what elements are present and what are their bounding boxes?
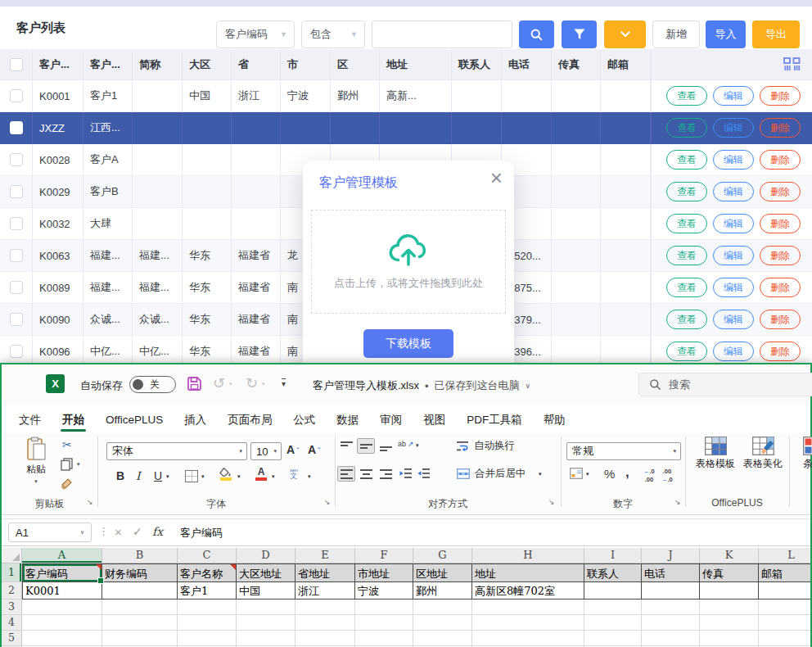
cell-L1[interactable]: 邮箱 xyxy=(759,563,810,582)
download-template-button[interactable]: 下载模板 xyxy=(363,329,453,358)
operator-select[interactable]: 包含 ▼ xyxy=(301,20,365,48)
column-header-contact[interactable]: 联系人 xyxy=(452,49,502,79)
ribbon-tab-审阅[interactable]: 审阅 xyxy=(369,408,413,432)
column-header-E[interactable]: E xyxy=(295,548,355,563)
number-dialog-launcher[interactable]: ↘ xyxy=(674,498,681,506)
row-checkbox[interactable] xyxy=(10,249,23,262)
edit-button[interactable]: 编辑 xyxy=(713,214,754,233)
column-header-D[interactable]: D xyxy=(237,548,295,563)
enter-icon[interactable]: ✓ xyxy=(133,525,142,538)
cell-I3[interactable] xyxy=(584,599,642,615)
cell-J1[interactable]: 电话 xyxy=(642,563,700,582)
column-header-city[interactable]: 市 xyxy=(281,49,331,79)
delete-button[interactable]: 删除 xyxy=(760,310,801,329)
column-header-address[interactable]: 地址 xyxy=(380,49,452,79)
cell-I4[interactable] xyxy=(584,615,642,631)
delete-button[interactable]: 删除 xyxy=(760,278,801,297)
autosave-toggle[interactable]: 关 xyxy=(129,376,176,393)
ribbon-tab-OfficePLUS[interactable]: OfficePLUS xyxy=(95,408,174,432)
cut-button[interactable]: ✂ xyxy=(62,438,72,451)
cell-H5[interactable] xyxy=(472,631,584,646)
filter-button[interactable] xyxy=(562,20,597,48)
merge-center-button[interactable]: 合并后居中 xyxy=(457,467,526,481)
edit-button[interactable]: 编辑 xyxy=(713,342,754,361)
font-dialog-launcher[interactable]: ↘ xyxy=(324,498,331,506)
row-checkbox[interactable] xyxy=(10,89,23,102)
decrease-decimal-button[interactable]: .00→.0 xyxy=(661,468,673,482)
delete-button[interactable]: 删除 xyxy=(760,246,801,265)
delete-button[interactable]: 删除 xyxy=(760,182,801,201)
align-center-button[interactable] xyxy=(357,466,375,482)
ribbon-tab-帮助[interactable]: 帮助 xyxy=(533,408,576,432)
cancel-icon[interactable]: × xyxy=(115,525,122,539)
table-row[interactable]: K0001客户1中国浙江宁波鄞州高新... 查看 编辑 删除 xyxy=(0,80,812,112)
expand-search-button[interactable] xyxy=(604,20,646,48)
cell-I1[interactable]: 联系人 xyxy=(584,563,642,582)
view-button[interactable]: 查看 xyxy=(666,214,707,233)
format-painter-button[interactable] xyxy=(61,477,73,491)
row-header-3[interactable]: 3 xyxy=(2,599,22,615)
column-header-L[interactable]: L xyxy=(759,548,810,563)
increase-indent-button[interactable] xyxy=(417,468,430,478)
column-header-H[interactable]: H xyxy=(472,548,584,563)
row-checkbox[interactable] xyxy=(10,121,23,134)
view-button[interactable]: 查看 xyxy=(666,150,707,170)
column-header-region[interactable]: 大区 xyxy=(183,49,232,79)
font-name-select[interactable]: 宋体▾ xyxy=(106,442,247,460)
cell-F5[interactable] xyxy=(355,631,413,646)
cell-E2[interactable]: 浙江 xyxy=(295,582,355,599)
orientation-dropdown-icon[interactable]: ▾ xyxy=(416,442,419,449)
increase-font-button[interactable]: Aˆ xyxy=(286,443,299,456)
column-header-C[interactable]: C xyxy=(178,548,237,563)
increase-decimal-button[interactable]: ←.0.00 xyxy=(643,468,655,482)
phonetic-guide-button[interactable]: wén文 xyxy=(290,468,298,479)
undo-dropdown-icon[interactable]: ▾ xyxy=(229,381,232,387)
add-button[interactable]: 新增 xyxy=(652,20,700,48)
column-header-name[interactable]: 客户... xyxy=(83,49,133,79)
merge-dropdown-icon[interactable]: ▾ xyxy=(539,471,542,477)
cell-C5[interactable] xyxy=(178,631,237,646)
ribbon-tab-公式[interactable]: 公式 xyxy=(282,408,326,432)
save-status[interactable]: 已保存到这台电脑 xyxy=(435,378,520,393)
cell-J2[interactable] xyxy=(642,582,700,599)
percent-style-button[interactable]: % xyxy=(604,467,615,481)
cell-I5[interactable] xyxy=(584,631,642,646)
cell-E5[interactable] xyxy=(295,631,355,646)
cell-G3[interactable] xyxy=(413,599,472,615)
ribbon-tab-页面布局[interactable]: 页面布局 xyxy=(217,408,282,432)
column-header-province[interactable]: 省 xyxy=(232,49,281,79)
borders-button[interactable] xyxy=(185,470,198,482)
cell-G1[interactable]: 区地址 xyxy=(413,563,472,582)
column-header-J[interactable]: J xyxy=(642,548,700,563)
column-header-fax[interactable]: 传真 xyxy=(552,49,601,79)
font-color-button[interactable]: A xyxy=(255,468,267,481)
column-header-F[interactable]: F xyxy=(355,548,413,563)
align-right-button[interactable] xyxy=(377,466,395,482)
cell-G5[interactable] xyxy=(413,631,472,646)
ribbon-tab-文件[interactable]: 文件 xyxy=(8,408,52,432)
insert-function-icon[interactable]: fx xyxy=(152,525,163,538)
redo-dropdown-icon[interactable]: ▾ xyxy=(262,381,265,387)
cell-C3[interactable] xyxy=(178,599,237,615)
cell-A2[interactable]: K0001 xyxy=(22,582,102,599)
edit-button[interactable]: 编辑 xyxy=(713,246,754,265)
row-checkbox[interactable] xyxy=(10,345,23,358)
cell-E1[interactable]: 省地址 xyxy=(295,563,355,582)
delete-button[interactable]: 删除 xyxy=(760,118,801,138)
row-checkbox[interactable] xyxy=(10,217,23,230)
cell-G4[interactable] xyxy=(413,615,472,631)
cell-D2[interactable]: 中国 xyxy=(237,582,295,599)
phonetic-dropdown-icon[interactable]: ▾ xyxy=(308,473,311,480)
cell-B5[interactable] xyxy=(102,631,178,646)
cell-H4[interactable] xyxy=(472,615,584,631)
save-button[interactable] xyxy=(187,376,202,391)
underline-button[interactable]: U xyxy=(154,469,162,482)
underline-dropdown-icon[interactable]: ▾ xyxy=(166,473,169,480)
cell-L5[interactable] xyxy=(759,631,810,646)
cell-B3[interactable] xyxy=(102,599,178,615)
row-header-5[interactable]: 5 xyxy=(2,631,22,646)
cell-K1[interactable]: 传真 xyxy=(700,563,759,582)
row-checkbox[interactable] xyxy=(10,185,23,198)
edit-button[interactable]: 编辑 xyxy=(713,310,754,329)
view-button[interactable]: 查看 xyxy=(666,86,707,106)
